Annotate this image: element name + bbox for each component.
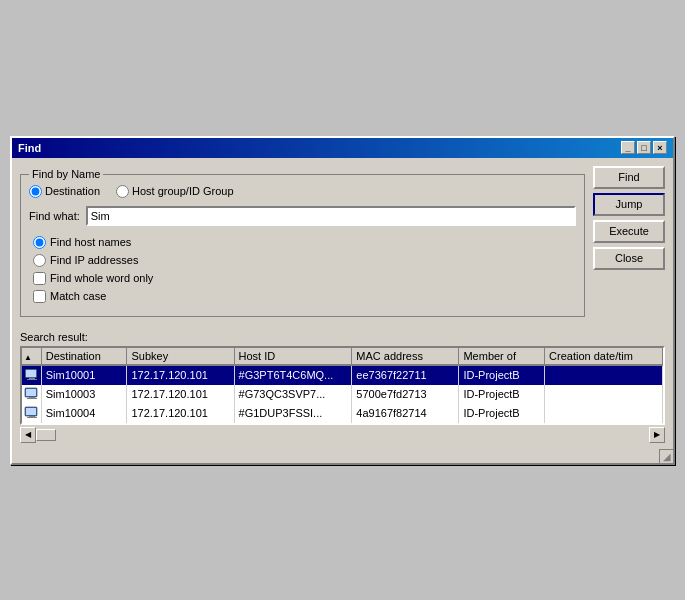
window-title: Find (18, 142, 41, 154)
row-icon-cell (22, 385, 41, 404)
find-what-label: Find what: (29, 210, 80, 222)
radio-destination-text: Destination (45, 185, 100, 197)
maximize-button[interactable]: □ (637, 141, 651, 154)
row-subkey: 172.17.120.101 (127, 404, 234, 423)
row-mac: 4a9167f82714 (352, 404, 459, 423)
computer-icon (24, 387, 40, 400)
sort-arrow-icon: ▲ (24, 353, 32, 362)
row-creation (545, 404, 663, 423)
table-row[interactable]: Sim10004172.17.120.101#G1DUP3FSSI...4a91… (22, 404, 663, 423)
option-ip-label[interactable]: Find IP addresses (33, 254, 576, 267)
col-sort[interactable]: ▲ (22, 348, 41, 365)
close-window-button[interactable]: × (653, 141, 667, 154)
execute-button[interactable]: Execute (593, 220, 665, 243)
svg-rect-9 (26, 408, 36, 415)
radio-destination[interactable] (29, 185, 42, 198)
option-whole-word-text: Find whole word only (50, 272, 153, 284)
hscroll-thumb[interactable] (36, 429, 56, 441)
row-creation (545, 385, 663, 404)
search-type-row: Destination Host group/ID Group (29, 185, 576, 198)
results-table-wrapper: ▲ Destination Subkey Host ID MAC address… (20, 346, 665, 425)
title-bar-buttons: _ □ × (621, 141, 667, 154)
checkbox-whole-word[interactable] (33, 272, 46, 285)
right-panel: Find Jump Execute Close (593, 166, 665, 317)
results-tbody: Sim10001172.17.120.101#G3PT6T4C6MQ...ee7… (22, 365, 663, 423)
svg-rect-10 (29, 416, 35, 417)
hscroll-right-button[interactable]: ▶ (649, 427, 665, 443)
row-subkey: 172.17.120.101 (127, 385, 234, 404)
row-destination: Sim10003 (41, 385, 127, 404)
close-button[interactable]: Close (593, 247, 665, 270)
radio-host-group[interactable] (116, 185, 129, 198)
row-host_id: #G73QC3SVP7... (234, 385, 352, 404)
find-what-input[interactable] (86, 206, 576, 226)
row-destination: Sim10001 (41, 365, 127, 385)
svg-rect-2 (29, 378, 35, 379)
row-member_of: ID-ProjectB (459, 404, 545, 423)
svg-rect-3 (27, 379, 37, 380)
row-icon-cell (22, 365, 41, 385)
row-destination: Sim10004 (41, 404, 127, 423)
find-by-name-group: Find by Name Destination Host group/ID G… (20, 174, 585, 317)
row-mac: ee7367f22711 (352, 365, 459, 385)
hscrollbar-track[interactable] (36, 427, 649, 443)
col-creation[interactable]: Creation date/tim (545, 348, 663, 365)
radio-destination-label[interactable]: Destination (29, 185, 100, 198)
search-result-label: Search result: (20, 325, 665, 346)
col-mac[interactable]: MAC address (352, 348, 459, 365)
hscroll-left-button[interactable]: ◀ (20, 427, 36, 443)
col-host-id[interactable]: Host ID (234, 348, 352, 365)
col-member-of[interactable]: Member of (459, 348, 545, 365)
table-header-row: ▲ Destination Subkey Host ID MAC address… (22, 348, 663, 365)
svg-rect-11 (27, 417, 37, 418)
row-host_id: #G3PT6T4C6MQ... (234, 365, 352, 385)
main-content: Find by Name Destination Host group/ID G… (12, 158, 673, 325)
groupbox-label: Find by Name (29, 168, 103, 180)
table-row[interactable]: Sim10003172.17.120.101#G73QC3SVP7...5700… (22, 385, 663, 404)
col-subkey[interactable]: Subkey (127, 348, 234, 365)
checkbox-match-case[interactable] (33, 290, 46, 303)
computer-icon (24, 368, 40, 381)
row-member_of: ID-ProjectB (459, 385, 545, 404)
option-match-case-text: Match case (50, 290, 106, 302)
row-mac: 5700e7fd2713 (352, 385, 459, 404)
svg-rect-7 (27, 398, 37, 399)
jump-button[interactable]: Jump (593, 193, 665, 216)
computer-icon (24, 406, 40, 419)
row-creation (545, 365, 663, 385)
option-match-case-label[interactable]: Match case (33, 290, 576, 303)
radio-host-group-text: Host group/ID Group (132, 185, 234, 197)
radio-host-group-label[interactable]: Host group/ID Group (116, 185, 234, 198)
option-whole-word-label[interactable]: Find whole word only (33, 272, 576, 285)
radio-find-host-names[interactable] (33, 236, 46, 249)
row-icon-cell (22, 404, 41, 423)
left-panel: Find by Name Destination Host group/ID G… (20, 166, 585, 317)
col-destination[interactable]: Destination (41, 348, 127, 365)
find-button[interactable]: Find (593, 166, 665, 189)
title-bar: Find _ □ × (12, 138, 673, 158)
row-member_of: ID-ProjectB (459, 365, 545, 385)
scroll-row: ◀ ▶ (20, 427, 665, 443)
option-host-names-label[interactable]: Find host names (33, 236, 576, 249)
row-subkey: 172.17.120.101 (127, 365, 234, 385)
svg-rect-1 (26, 370, 36, 377)
radio-find-ip[interactable] (33, 254, 46, 267)
results-table: ▲ Destination Subkey Host ID MAC address… (22, 348, 663, 423)
minimize-button[interactable]: _ (621, 141, 635, 154)
svg-rect-5 (26, 389, 36, 396)
option-ip-text: Find IP addresses (50, 254, 138, 266)
resize-corner[interactable]: ◢ (659, 449, 673, 463)
row-host_id: #G1DUP3FSSI... (234, 404, 352, 423)
option-host-names-text: Find host names (50, 236, 131, 248)
search-options: Find host names Find IP addresses Find w… (29, 236, 576, 303)
find-window: Find _ □ × Find by Name Destination (10, 136, 675, 465)
bottom-area: Search result: ▲ Destination Subkey Host… (12, 325, 673, 463)
find-what-row: Find what: (29, 206, 576, 226)
table-row[interactable]: Sim10001172.17.120.101#G3PT6T4C6MQ...ee7… (22, 365, 663, 385)
svg-rect-6 (29, 397, 35, 398)
